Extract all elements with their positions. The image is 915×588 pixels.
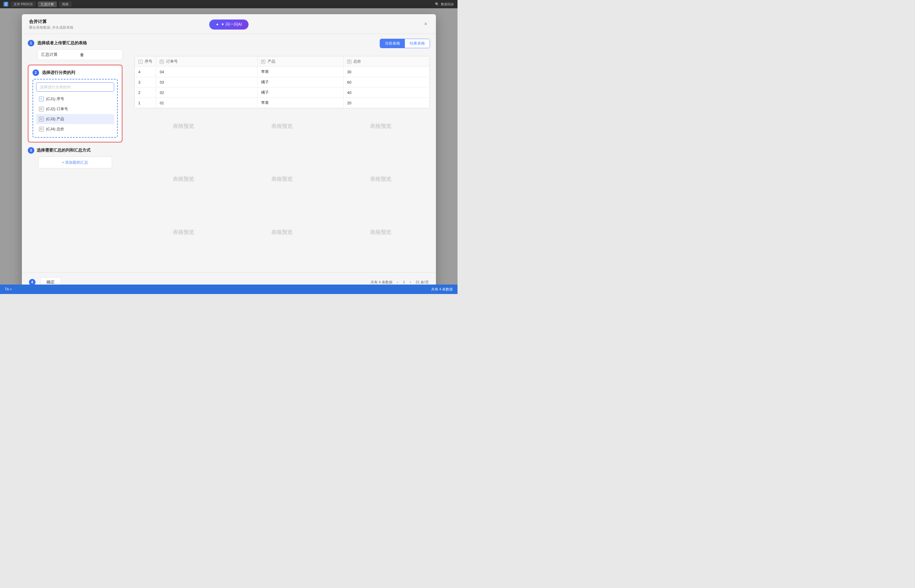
- cell-order: 01: [156, 98, 257, 108]
- ai-star-icon: ✦: [215, 22, 219, 27]
- delete-table-icon[interactable]: 🗑: [80, 52, 118, 57]
- classify-item-cj2[interactable]: 田 (CJ2) 订单号: [36, 104, 114, 114]
- page-num: 1: [403, 280, 405, 284]
- step2-badge: 2: [32, 69, 39, 76]
- step1-badge: 1: [28, 40, 34, 46]
- classify-item-cj2-label: (CJ2) 订单号: [46, 107, 68, 112]
- modal-close-button[interactable]: ×: [422, 20, 430, 28]
- tab-result-table[interactable]: 结果表格: [405, 39, 430, 48]
- text-icon-cj3: 田: [39, 117, 44, 121]
- modal-body: 1 选择或者上传要汇总的表格 汇总计算 🗑 2 选择进行分类的列: [22, 34, 436, 272]
- cell-num: 3: [134, 77, 156, 87]
- page-nav-prev[interactable]: ‹: [397, 280, 398, 284]
- cell-total: 40: [343, 87, 429, 98]
- modal-title-area: 合并计算 聚合表格数据, 并生成新表格: [29, 19, 74, 30]
- table-select-row[interactable]: 汇总计算 🗑: [37, 49, 122, 60]
- add-summary-button[interactable]: + 添加新的汇总: [38, 157, 112, 168]
- total-col-icon: 田: [347, 60, 351, 64]
- watermark-1: 表格预览: [173, 123, 194, 130]
- app-logo: Z: [3, 2, 8, 6]
- cell-num: 2: [134, 87, 156, 98]
- table-header-row: # 序号 田 订单号 田 产品: [134, 57, 429, 67]
- modal-subtitle: 聚合表格数据, 并生成新表格: [29, 25, 74, 30]
- classify-search-input[interactable]: [36, 82, 114, 92]
- modal-title: 合并计算: [29, 19, 74, 24]
- classify-item-cj1-label: (CJ1) 序号: [46, 96, 64, 102]
- top-bar: Z 文件 PROCS 汇总计算 阅表 🔍 数据回步: [0, 0, 458, 8]
- step3-header: 3 选择需要汇总的列和汇总方式: [28, 147, 122, 153]
- table-row: 1 01 苹果 20: [134, 98, 429, 108]
- step2-label: 选择进行分类的列: [42, 70, 75, 75]
- status-bar-right: 共有 4 条数据: [431, 287, 453, 292]
- cell-order: 04: [156, 67, 257, 77]
- classify-item-cj4-label: (CJ4) 总价: [46, 126, 64, 132]
- watermark-7: 表格预览: [173, 229, 194, 236]
- col-header-num: # 序号: [134, 57, 156, 67]
- ai-ask-button[interactable]: ✦ ✦ 问一问AI: [209, 19, 248, 29]
- step2-area: 2 选择进行分类的列 # (CJ1) 序号 田 (CJ2) 订: [28, 65, 122, 142]
- classify-item-cj3-label: (CJ3) 产品: [46, 116, 64, 122]
- watermark-9: 表格预览: [370, 229, 391, 236]
- step1-label: 选择或者上传要汇总的表格: [37, 40, 87, 46]
- col-header-total: 田 总价: [343, 57, 429, 67]
- watermark-4: 表格预览: [173, 176, 194, 183]
- data-sync-label: 数据回步: [441, 2, 454, 6]
- modal-header: 合并计算 聚合表格数据, 并生成新表格 ✦ ✦ 问一问AI ×: [22, 14, 436, 34]
- cell-product: 苹果: [257, 67, 343, 77]
- classify-column-list: # (CJ1) 序号 田 (CJ2) 订单号 田 (CJ3) 产品: [36, 94, 114, 134]
- watermark-3: 表格预览: [370, 123, 391, 130]
- col-header-order: 田 订单号: [156, 57, 257, 67]
- top-bar-right: 🔍 数据回步: [435, 2, 454, 6]
- status-bar: TA = 共有 4 条数据: [0, 284, 458, 294]
- ta-label: TA =: [5, 287, 12, 291]
- tab-summary-calc[interactable]: 汇总计算: [38, 2, 57, 7]
- step1-area: 1 选择或者上传要汇总的表格 汇总计算 🗑: [28, 40, 122, 60]
- cell-order: 02: [156, 87, 257, 98]
- watermark-2: 表格预览: [271, 123, 293, 130]
- data-table: # 序号 田 订单号 田 产品: [134, 56, 430, 108]
- page-size-label: 21 条/页: [416, 280, 429, 285]
- step2-header: 2 选择进行分类的列: [32, 69, 118, 76]
- watermark-5: 表格预览: [271, 176, 293, 183]
- cell-order: 03: [156, 77, 257, 87]
- watermark-6: 表格预览: [370, 176, 391, 183]
- cell-num: 4: [134, 67, 156, 77]
- tab-current-table[interactable]: 当前表格: [380, 39, 405, 48]
- merge-calc-modal: 合并计算 聚合表格数据, 并生成新表格 ✦ ✦ 问一问AI × 1 选择或者上传…: [22, 14, 436, 292]
- selected-table-name: 汇总计算: [41, 52, 80, 57]
- classify-item-cj1[interactable]: # (CJ1) 序号: [36, 94, 114, 104]
- col-header-product: 田 产品: [257, 57, 343, 67]
- step3-area: 3 选择需要汇总的列和汇总方式 + 添加新的汇总: [28, 147, 122, 168]
- hash-icon: #: [39, 97, 44, 101]
- data-table-area: # 序号 田 订单号 田 产品: [134, 56, 430, 108]
- cell-total: 20: [343, 98, 429, 108]
- cell-total: 30: [343, 67, 429, 77]
- classify-item-cj3[interactable]: 田 (CJ3) 产品: [36, 114, 114, 124]
- product-col-icon: 田: [261, 60, 265, 64]
- step2-inner: # (CJ1) 序号 田 (CJ2) 订单号 田 (CJ3) 产品: [32, 79, 118, 138]
- tab-view[interactable]: 阅表: [59, 2, 71, 7]
- order-col-icon: 田: [160, 60, 164, 64]
- table-row: 3 03 橘子 60: [134, 77, 429, 87]
- classify-item-cj4[interactable]: 田 (CJ4) 总价: [36, 124, 114, 134]
- cell-product: 橘子: [257, 87, 343, 98]
- step1-header: 1 选择或者上传要汇总的表格: [28, 40, 122, 46]
- cell-num: 1: [134, 98, 156, 108]
- cell-total: 60: [343, 77, 429, 87]
- step3-badge: 3: [28, 147, 34, 153]
- table-row: 2 02 橘子 40: [134, 87, 429, 98]
- right-panel: 当前表格 结果表格 # 序号: [128, 34, 436, 272]
- tab-files[interactable]: 文件 PROCS: [11, 2, 36, 7]
- page-nav-next[interactable]: ›: [410, 280, 411, 284]
- total-rows-label: 共有 4 条数据: [371, 280, 392, 285]
- text-icon-cj4: 田: [39, 127, 44, 131]
- total-status: 共有 4 条数据: [431, 287, 453, 292]
- cell-product: 橘子: [257, 77, 343, 87]
- search-icon[interactable]: 🔍: [435, 2, 439, 6]
- watermark-8: 表格预览: [271, 229, 293, 236]
- num-col-icon: #: [138, 60, 143, 64]
- text-icon-cj2: 田: [39, 107, 44, 111]
- tab-switcher: 当前表格 结果表格: [380, 39, 430, 48]
- modal-overlay: 合并计算 聚合表格数据, 并生成新表格 ✦ ✦ 问一问AI × 1 选择或者上传…: [0, 8, 458, 294]
- cell-product: 苹果: [257, 98, 343, 108]
